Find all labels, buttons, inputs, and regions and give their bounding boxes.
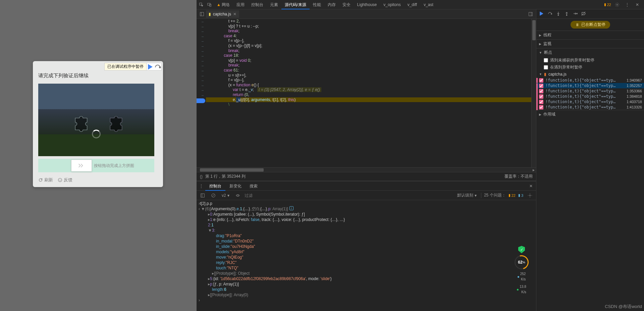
svg-point-11 <box>529 195 531 196</box>
editor-status-bar: {} 第 1 行，第 352344 列 覆盖率：不适用 <box>197 172 536 181</box>
navigator-toggle-icon[interactable] <box>198 10 206 18</box>
breakpoint-location: 1:403718 <box>627 100 642 104</box>
tab-console[interactable]: 控制台 <box>248 0 267 9</box>
tab-sources[interactable]: 源代码/来源 <box>281 0 309 9</box>
loading-spinner-icon <box>92 130 101 138</box>
issues-warn-count[interactable]: ▮ 22 <box>508 193 516 197</box>
captcha-refresh-button[interactable]: 刷新 <box>38 177 53 183</box>
tab-v-diff[interactable]: v_diff <box>404 0 420 9</box>
breakpoint-checkbox[interactable] <box>539 105 543 109</box>
resume-icon[interactable] <box>147 63 154 70</box>
code-vertical-scrollbar[interactable] <box>531 19 536 167</box>
js-file-icon: ▮ <box>544 72 546 77</box>
gutter: ––––––––––––––––– <box>199 19 206 167</box>
close-drawer-icon[interactable]: ✕ <box>527 184 535 188</box>
warning-icon: ▲ <box>217 2 221 7</box>
breakpoint-checkbox[interactable] <box>539 94 543 99</box>
issues-badge[interactable]: ▮ 22 <box>604 2 611 7</box>
tab-application[interactable]: 应用 <box>233 0 248 9</box>
svg-point-14 <box>566 14 567 15</box>
log-level-selector[interactable]: 默认级别 ▾ <box>455 192 478 198</box>
tab-v-options[interactable]: v_opitons <box>380 0 404 9</box>
code-horizontal-scrollbar[interactable]: ▸ <box>197 167 536 172</box>
issues-label: 25 个问题： <box>484 192 506 198</box>
clear-console-icon[interactable] <box>209 191 217 199</box>
js-file-icon: ▮ <box>209 12 211 16</box>
console-filter-input[interactable] <box>245 193 453 198</box>
debugger-paused-strip: 已在调试程序中暂停 <box>104 63 162 71</box>
step-into-icon[interactable] <box>556 11 561 17</box>
pause-on-caught-checkbox[interactable]: 在遇到异常时暂停 <box>536 64 644 71</box>
issues-info-count[interactable]: ▮ 3 <box>518 193 523 197</box>
tab-security[interactable]: 安全 <box>339 0 354 9</box>
breakpoint-row[interactable]: !function(e,t){"object"==typ…1:352257 <box>536 83 644 88</box>
pause-on-uncaught-checkbox[interactable]: 遇到未捕获的异常时暂停 <box>536 57 644 64</box>
svg-point-10 <box>237 194 238 196</box>
captcha-feedback-button[interactable]: 反馈 <box>58 177 72 183</box>
close-tab-icon[interactable]: ✕ <box>233 12 236 16</box>
breakpoint-checkbox[interactable] <box>539 89 543 93</box>
captcha-dialog: 已在调试程序中暂停 请完成下列验证后继续 按钮拖动完成上方拼图 刷新 反馈 <box>33 61 163 187</box>
more-vert-icon[interactable]: ⋮ <box>623 1 631 9</box>
console-output[interactable]: › t[2].p.p ‹ ▼ (6) [Arguments(0), e, 1, … <box>197 200 536 311</box>
breakpoint-checkbox[interactable] <box>539 84 543 88</box>
captcha-slider-knob[interactable] <box>71 160 92 172</box>
drawer-tab-console[interactable]: 控制台 <box>205 181 225 191</box>
download-speed: 13.8K/s <box>517 284 526 295</box>
breakpoint-row[interactable]: !function(e,t){"object"==typ…1:340967 <box>536 78 644 83</box>
console-toolbar: v2 ▾ 默认级别 ▾ 25 个问题： ▮ 22 ▮ 3 <box>197 191 536 200</box>
step-icon[interactable] <box>573 11 578 17</box>
section-threads[interactable]: ▶线程 <box>536 31 644 39</box>
live-expression-icon[interactable] <box>234 191 242 199</box>
tab-network[interactable]: ▲ 网络 <box>213 0 233 9</box>
breakpoint-checkbox[interactable] <box>539 100 543 104</box>
section-watch[interactable]: ▶监视 <box>536 39 644 48</box>
step-over-icon[interactable] <box>547 11 552 17</box>
tab-v-ast[interactable]: v_ast <box>420 0 437 9</box>
more-vert-icon[interactable]: ⋮ <box>197 182 205 190</box>
deactivate-breakpoints-icon[interactable] <box>581 11 586 17</box>
drawer-tab-search[interactable]: 搜索 <box>246 181 262 191</box>
section-breakpoints[interactable]: ▼断点 <box>536 48 644 57</box>
section-scope[interactable]: ▶作用域 <box>536 110 644 119</box>
captcha-slider-track[interactable]: 按钮拖动完成上方拼图 <box>38 159 154 172</box>
breakpoint-row[interactable]: !function(e,t){"object"==typ…1:413326 <box>536 104 644 110</box>
sidebar-toggle-icon[interactable] <box>527 10 535 18</box>
console-settings-gear-icon[interactable] <box>526 191 534 199</box>
breakpoint-row[interactable]: !function(e,t){"object"==typ…1:403718 <box>536 99 644 104</box>
breakpoint-row[interactable]: !function(e,t){"object"==typ…1:384818 <box>536 94 644 99</box>
code-editor[interactable]: ––––––––––––––––– t += 2, v[p] ? t += u … <box>197 19 536 167</box>
tab-elements[interactable]: 元素 <box>267 0 281 9</box>
context-selector[interactable]: v2 ▾ <box>220 193 231 198</box>
debugger-sidebar: ⏸已在断点暂停 ▶线程 ▶监视 ▼断点 遇到未捕获的异常时暂停 在遇到异常时暂停… <box>536 9 644 311</box>
step-out-icon[interactable] <box>564 11 569 17</box>
tab-memory[interactable]: 内存 <box>324 0 339 9</box>
breakpoint-location: 1:413326 <box>627 105 642 109</box>
breakpoint-row[interactable]: !function(e,t){"object"==typ…1:353366 <box>536 88 644 94</box>
step-over-icon[interactable] <box>154 63 161 70</box>
close-devtools-icon[interactable]: ✕ <box>633 1 641 9</box>
file-tab-captcha[interactable]: ▮ captcha.js ✕ <box>206 10 239 18</box>
svg-point-12 <box>551 13 552 14</box>
debugger-toolbar <box>536 9 644 19</box>
breakpoint-location: 1:384818 <box>627 94 642 98</box>
performance-score-gauge: 62% <box>515 255 529 269</box>
breakpoint-checkbox[interactable] <box>539 78 543 83</box>
info-icon[interactable]: i <box>289 206 293 210</box>
settings-gear-icon[interactable] <box>613 1 621 9</box>
inspect-element-icon[interactable] <box>197 1 205 9</box>
pretty-print-icon[interactable]: {} <box>200 174 203 179</box>
puzzle-target-icon <box>107 115 125 132</box>
captcha-image <box>38 84 154 156</box>
paused-on-breakpoint-banner: ⏸已在断点暂停 <box>571 21 610 29</box>
drawer-tab-bar: ⋮ 控制台 新变化 搜索 ✕ <box>197 181 536 191</box>
console-sidebar-icon[interactable] <box>199 191 207 199</box>
resume-button-icon[interactable] <box>539 11 544 17</box>
device-toggle-icon[interactable] <box>205 1 213 9</box>
breakpoint-file-group[interactable]: ▼▮captcha.js <box>536 71 644 78</box>
tab-performance[interactable]: 性能 <box>310 0 324 9</box>
coverage-status: 覆盖率：不适用 <box>504 174 533 179</box>
console-drawer: ⋮ 控制台 新变化 搜索 ✕ v2 ▾ 默认级别 ▾ 25 个问题： ▮ 22 <box>197 181 536 311</box>
tab-lighthouse[interactable]: Lighthouse <box>354 0 380 9</box>
drawer-tab-changes[interactable]: 新变化 <box>225 181 246 191</box>
